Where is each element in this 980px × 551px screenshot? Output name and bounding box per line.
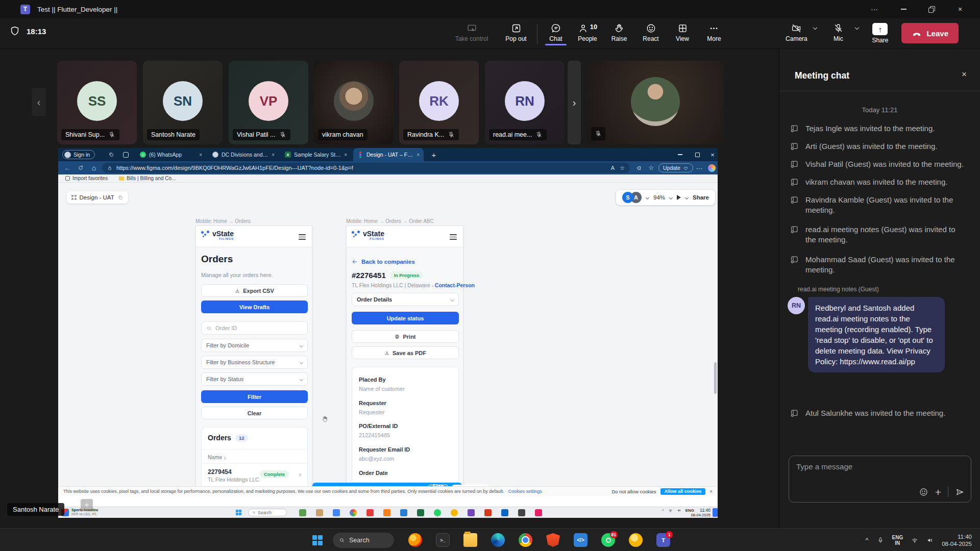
mic-tray-icon[interactable] [877,537,884,544]
tab-close-icon[interactable]: × [344,152,347,158]
view-drafts-button[interactable]: View Drafts [201,300,308,313]
copilot-icon[interactable] [705,161,718,174]
more-button[interactable]: ··· More [701,21,727,42]
taskbar-app-icon[interactable] [451,509,458,516]
order-id-search-input[interactable]: Order ID [201,321,308,335]
zoom-level[interactable]: 94% [653,194,665,201]
new-tab-button[interactable]: + [428,148,440,161]
chat-button[interactable]: Chat [543,21,569,42]
attach-plus-icon[interactable]: + [935,487,941,497]
favorites-bar-icon[interactable]: ☆ [645,161,657,174]
taskbar-app-icon[interactable] [484,509,492,516]
add-overlay-button[interactable]: + [81,499,93,511]
taskbar-app-icon[interactable] [299,509,306,516]
bookmark-item[interactable]: Bills | Billing and Co... [119,176,176,181]
filmstrip-scroll-left-button[interactable]: ‹ [32,88,46,116]
start-button[interactable] [312,535,323,545]
refresh-icon[interactable] [75,161,87,174]
vscode-icon[interactable]: </> [574,533,587,547]
clear-button[interactable]: Clear [201,407,308,419]
speaker-icon[interactable] [926,537,934,544]
browser-minimize-button[interactable] [673,148,687,161]
taskbar-app-icon[interactable] [434,509,441,516]
browser-restore-button[interactable] [690,148,704,161]
camera-button[interactable]: Camera [783,21,810,42]
contact-person-link[interactable]: Contact-Person [435,282,475,288]
filter-status-select[interactable]: Filter by Status [201,372,308,386]
leave-button[interactable]: Leave [901,23,959,43]
home-icon[interactable]: ⌂ [88,161,100,174]
taskbar-search-box[interactable]: Search [333,533,394,548]
wifi-icon[interactable] [911,537,918,544]
camera-options-chevron-icon[interactable] [813,26,817,30]
start-button[interactable] [236,510,241,515]
prototype-play-icon[interactable] [677,195,681,200]
export-csv-button[interactable]: Export CSV [201,284,308,297]
figma-canvas[interactable]: Design - UAT S A 94% Share Mobile: Home … [58,183,718,486]
taskbar-app-icon[interactable] [366,509,374,516]
notification-icon[interactable] [713,508,718,517]
order-details-select[interactable]: Order Details [352,293,459,306]
design-frame-order-detail[interactable]: vState FILINGS Back to companies #227645… [346,226,463,486]
filter-business-structure-select[interactable]: Filter by Business Structure [201,356,308,369]
hidden-icons-chevron-icon[interactable]: ^ [866,537,869,544]
spotlight-tile[interactable] [587,61,724,144]
close-button[interactable]: × [947,0,973,18]
teams-app-icon[interactable]: T1 [656,533,670,547]
print-button[interactable]: Print [352,330,459,343]
browser-tab[interactable]: X Sample Salary Structure with calc × [281,148,351,161]
browser-app-icon[interactable] [629,533,643,547]
vertical-tabs-icon[interactable] [119,148,132,161]
play-chevron-icon[interactable] [685,195,689,199]
taskbar-app-icon[interactable] [468,509,475,516]
address-bar[interactable]: https://www.figma.com/design/9BKQ0FOHRWa… [102,163,630,173]
tab-close-icon[interactable]: × [416,152,420,158]
taskbar-app-icon[interactable] [316,509,323,516]
send-icon[interactable] [955,487,965,497]
whatsapp-icon[interactable]: 81 [601,533,615,547]
shared-clock[interactable]: 11:40 08-04-2025 [691,508,710,517]
taskbar-app-icon[interactable] [333,509,340,516]
taskbar-app-icon[interactable] [518,509,525,516]
edge-icon[interactable] [491,533,505,547]
search-box[interactable]: Search [248,509,287,516]
taskbar-app-icon[interactable] [501,509,508,516]
participant-tile[interactable]: SN Santosh Narate [143,61,223,144]
share-button[interactable]: ↑ Share [867,21,893,44]
browser-tab[interactable]: (6) WhatsApp × [136,148,206,161]
participant-tile[interactable]: RN read.ai mee... [485,61,565,144]
filmstrip-scroll-right-button[interactable]: › [568,61,581,144]
taskbar-app-icon[interactable] [535,509,542,516]
file-explorer-icon[interactable] [463,533,477,547]
terminal-icon[interactable]: >_ [436,533,450,547]
hamburger-menu-icon[interactable] [450,233,457,241]
language-indicator[interactable]: ENG IN [892,535,903,546]
taskbar-app-icon[interactable] [383,509,390,516]
cookie-close-icon[interactable]: × [709,489,713,494]
participant-tile[interactable]: vikram chavan [314,61,394,144]
update-button[interactable]: Update [658,163,693,172]
deny-cookies-button[interactable]: Do not allow cookies [611,489,656,494]
figma-file-chip[interactable]: Design - UAT [67,191,128,204]
minimize-button[interactable] [891,0,916,18]
page-scrollbar-thumb[interactable] [714,362,717,394]
taskbar-app-icon[interactable] [400,509,407,516]
hidden-icons-chevron-icon[interactable]: ^ [662,508,664,513]
restore-button[interactable] [918,0,944,18]
chat-close-icon[interactable]: × [962,69,967,80]
raise-hand-button[interactable]: Raise [606,21,632,42]
mic-button[interactable]: Mic [825,21,851,42]
zoom-chevron-icon[interactable] [669,195,673,199]
mic-options-chevron-icon[interactable] [855,26,859,30]
save-as-pdf-button[interactable]: Save as PDF [352,346,459,359]
update-status-button[interactable]: Update status [352,312,459,324]
system-tray[interactable]: ^ ENG [662,508,694,513]
tab-close-icon[interactable]: × [272,152,275,158]
chat-message-input[interactable]: Type a message + [789,456,971,503]
back-to-companies-link[interactable]: Back to companies [352,259,415,265]
people-button[interactable]: 10 People [574,21,601,42]
figma-share-button[interactable]: Share [693,194,709,201]
column-header[interactable]: Name ↓ [208,454,226,460]
brave-icon[interactable] [546,533,560,547]
participant-tile[interactable]: VP Vishal Patil ... [229,61,308,144]
